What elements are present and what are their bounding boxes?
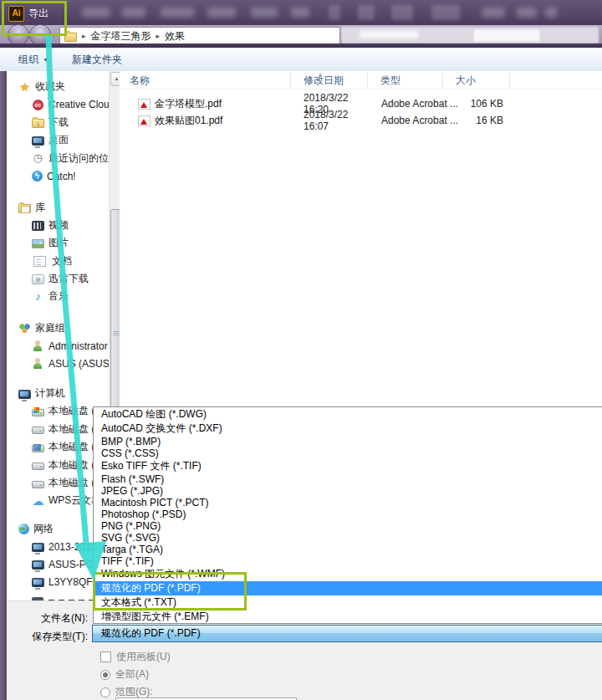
sidebar-group-favorites[interactable]: 收藏夹 [7,78,109,95]
export-dialog: Ai 导出 ← → ▼ ▸ 金字塔三角形 ▸ 效果 组织 [0,0,602,700]
disk-icon [32,427,44,434]
sort-asc-icon: ▲ [317,71,324,79]
column-header-date[interactable]: 修改日期 [291,73,368,88]
all-radio[interactable] [100,670,110,680]
user-icon [32,358,44,370]
chevron-icon: ▸ [156,32,161,40]
file-size: 106 KB [443,98,510,110]
format-option-emf[interactable]: 增强型图元文件 (*.EMF) [94,610,602,624]
save-type-combobox[interactable]: 规范化的 PDF (*.PDF) [92,625,602,642]
breadcrumb-item-subfolder[interactable]: 效果 [165,29,185,43]
format-option-dxf[interactable]: AutoCAD 交换文件 (*.DXF) [94,422,602,436]
sidebar-item-label: 最近访问的位置 [48,151,109,166]
format-option-swf[interactable]: Flash (*.SWF) [94,473,602,485]
homegroup-icon [18,323,31,334]
sidebar-item-asus[interactable]: ASUS (ASUS-PC [7,355,109,372]
network-pc-icon [32,543,44,552]
wps-cloud-icon [32,495,44,507]
column-header-type[interactable]: 类型 [368,73,443,88]
documents-icon [33,256,46,267]
sidebar-group-homegroup[interactable]: 家庭组 [7,319,109,337]
chevron-down-icon: ▼ [43,57,48,63]
annotation-highlight-title [2,1,67,36]
sidebar-item-videos[interactable]: 视频 [7,217,109,234]
annotation-highlight-format [93,572,247,611]
sidebar-group-label: 计算机 [35,386,65,401]
format-option-tif[interactable]: TIFF (*.TIF) [94,555,602,567]
sidebar-item-label: 图片 [48,236,69,250]
use-artboard-option[interactable]: 使用画板(U) [100,650,171,664]
sidebar-group-computer[interactable]: 计算机 [7,385,109,402]
column-headers: 名称 修改日期 类型 大小 [120,71,602,89]
sidebar-item-thunder-download[interactable]: 迅雷下载 [7,270,109,288]
organize-button[interactable]: 组织 ▼ [18,53,48,67]
sidebar-group-libraries[interactable]: 库 [7,198,109,216]
range-radio[interactable] [100,687,110,697]
file-name-label: 文件名(N): [13,611,88,626]
column-header-size[interactable]: 大小 [443,73,510,88]
file-name-cell: 效果贴图01.pdf [120,114,291,128]
disk-icon [32,409,44,416]
sidebar-item-desktop[interactable]: 桌面 [7,131,109,149]
sidebar-item-label: 文档 [52,254,72,268]
sidebar-item-recent-places[interactable]: 最近访问的位置 [7,150,109,167]
download-folder-icon [32,119,44,128]
sidebar-item-label: Creative Cloud [48,99,109,110]
format-option-css[interactable]: CSS (*.CSS) [94,447,602,459]
new-folder-button[interactable]: 新建文件夹 [72,53,122,67]
sidebar-item-catch[interactable]: Catch! [7,167,109,185]
format-option-psd[interactable]: Photoshop (*.PSD) [94,508,602,520]
file-size: 16 KB [443,115,510,126]
file-row[interactable]: 效果贴图01.pdf 2018/3/22 16:07 Adobe Acrobat… [120,112,602,129]
breadcrumb-item-folder[interactable]: 金字塔三角形 [91,29,151,43]
blurred-toolbar-button [391,5,413,20]
sidebar-item-label: 桌面 [48,133,69,147]
column-header-name[interactable]: 名称 [120,73,291,88]
network-pc-icon [32,578,44,587]
sidebar-group-label: 家庭组 [35,321,65,335]
blurred-menu-item [251,8,278,18]
disk-icon [32,462,44,470]
use-artboard-label: 使用画板(U) [116,650,171,664]
user-icon [32,340,44,352]
blurred-menu-item [517,8,537,18]
window-left-border [0,71,7,700]
pdf-file-icon [138,99,150,110]
format-option-svg[interactable]: SVG (*.SVG) [94,532,602,544]
blurred-toolbar-button [431,5,460,20]
blurred-menu-item [291,8,309,18]
pdf-file-icon [138,115,150,126]
blurred-toolbar-button [358,5,375,20]
sidebar-item-downloads[interactable]: 下载 [7,114,109,131]
format-option-jpg[interactable]: JPEG (*.JPG) [94,485,602,497]
disk-icon [32,481,44,488]
blurred-menu-item [122,8,145,18]
network-icon [18,524,29,534]
disk-icon [32,445,44,452]
recent-places-icon [32,152,44,164]
blurred-menu-item [82,8,110,18]
blurred-menu-item [207,8,236,18]
sidebar-item-administrator[interactable]: Administrator (l [7,337,109,355]
sidebar-item-label: 下载 [48,115,69,130]
creative-cloud-icon [33,100,43,110]
format-option-bmp[interactable]: BMP (*.BMP) [94,436,602,447]
use-artboard-checkbox[interactable] [100,651,111,662]
sidebar-item-creative-cloud[interactable]: Creative Cloud [7,95,109,113]
format-option-dwg[interactable]: AutoCAD 绘图 (*.DWG) [94,407,602,422]
sidebar-item-label: ASUS-PC [48,559,93,570]
format-option-pct[interactable]: Macintosh PICT (*.PCT) [94,497,602,508]
format-option-png[interactable]: PNG (*.PNG) [94,520,602,532]
sidebar-item-music[interactable]: 音乐 [7,288,109,305]
format-option-esko-tif[interactable]: Esko TIFF 文件 (*.TIF) [94,459,602,473]
all-option[interactable]: 全部(A) [100,667,149,682]
breadcrumb[interactable]: ▸ 金字塔三角形 ▸ 效果 [59,27,340,45]
format-option-tga[interactable]: Targa (*.TGA) [94,544,602,555]
sidebar-item-documents[interactable]: 文档 [7,253,109,270]
file-name-cell: 金字塔模型.pdf [120,97,291,111]
sidebar-item-label: 视频 [48,218,69,232]
sidebar-item-pictures[interactable]: 图片 [7,234,109,252]
blurred-search-text [360,31,418,38]
file-date: 2018/3/22 16:07 [291,109,368,132]
save-type-label: 保存类型(T): [8,630,88,644]
